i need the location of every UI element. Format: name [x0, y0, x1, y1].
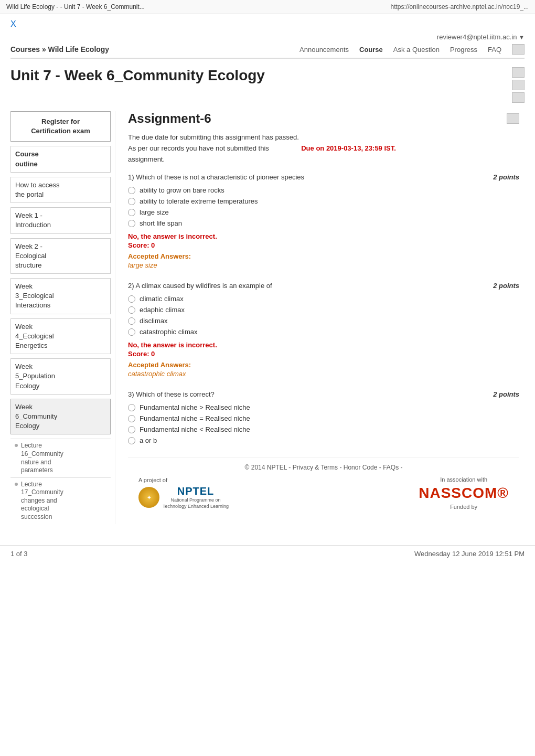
- question-1-option-2[interactable]: ability to tolerate extreme temperatures: [128, 197, 519, 205]
- option-label: a or b: [140, 436, 157, 444]
- nasscom-logo: NASSCOM®: [419, 485, 509, 502]
- project-label: A project of: [138, 477, 167, 483]
- question-1-feedback-score: Score: 0: [128, 241, 519, 249]
- content-area: Assignment-6 The due date for submitting…: [115, 111, 525, 524]
- user-email: reviewer4@nptel.iitm.ac.in: [437, 33, 517, 41]
- radio-button[interactable]: [128, 198, 135, 205]
- radio-button[interactable]: [128, 437, 135, 444]
- user-dropdown-arrow[interactable]: ▼: [519, 34, 525, 40]
- radio-button[interactable]: [128, 187, 135, 194]
- option-label: Fundamental niche = Realised niche: [140, 414, 250, 422]
- question-2-points: 2 points: [493, 282, 519, 290]
- sidebar-sub-lecture17[interactable]: Lecture 17_Community changes and ecologi…: [10, 477, 111, 524]
- nav-faq[interactable]: FAQ: [488, 46, 501, 54]
- breadcrumb-courses[interactable]: Courses: [10, 45, 40, 54]
- page-icon-bot: [512, 92, 525, 103]
- option-label: large size: [140, 208, 169, 216]
- sidebar-item-week6[interactable]: Week 6_Community Ecology: [10, 399, 111, 435]
- question-1-option-4[interactable]: short life span: [128, 219, 519, 227]
- question-2-feedback-score: Score: 0: [128, 350, 519, 358]
- radio-button[interactable]: [128, 295, 135, 303]
- question-1-accepted-label: Accepted Answers:: [128, 252, 519, 260]
- radio-button[interactable]: [128, 306, 135, 314]
- nav-progress[interactable]: Progress: [450, 46, 477, 54]
- option-label: Fundamental niche > Realised niche: [140, 403, 250, 411]
- sidebar-item-week2[interactable]: Week 2 - Ecological structure: [10, 238, 111, 274]
- question-2: 2) A climax caused by wildfires is an ex…: [128, 282, 519, 378]
- question-1-accepted-value: large size: [128, 261, 519, 269]
- page-icon-top: [512, 67, 525, 78]
- question-1-option-3[interactable]: large size: [128, 208, 519, 216]
- questions-container: 1) Which of these is not a characteristi…: [128, 173, 519, 444]
- question-3-option-4[interactable]: a or b: [128, 436, 519, 444]
- question-2-accepted-label: Accepted Answers:: [128, 361, 519, 369]
- sidebar-item-course-outline[interactable]: Course outline: [10, 146, 111, 172]
- nav-announcements[interactable]: Announcements: [299, 46, 349, 54]
- page-info: 1 of 3: [10, 550, 28, 558]
- radio-button[interactable]: [128, 209, 135, 216]
- datetime: Wednesday 12 June 2019 12:51 PM: [414, 550, 525, 558]
- option-label: ability to grow on bare rocks: [140, 186, 224, 194]
- radio-button[interactable]: [128, 317, 135, 325]
- bottom-bar: 1 of 3 Wednesday 12 June 2019 12:51 PM: [0, 545, 535, 562]
- option-label: disclimax: [140, 317, 167, 325]
- option-label: short life span: [140, 219, 182, 227]
- due-notice: The due date for submitting this assignm…: [128, 132, 519, 165]
- radio-button[interactable]: [128, 328, 135, 336]
- nav-ask-question[interactable]: Ask a Question: [393, 46, 440, 54]
- question-3-option-3[interactable]: Fundamental niche < Realised niche: [128, 425, 519, 433]
- page-title: Unit 7 - Week 6_Community Ecology: [10, 67, 265, 84]
- nptel-subtext: National Programme on Technology Enhance…: [163, 497, 229, 509]
- sidebar-item-week3[interactable]: Week 3_Ecological Interactions: [10, 278, 111, 314]
- question-2-option-2[interactable]: edaphic climax: [128, 306, 519, 314]
- sidebar-item-register[interactable]: Register for Certification exam: [10, 111, 111, 142]
- question-1-feedback-incorrect: No, the answer is incorrect.: [128, 232, 519, 240]
- question-3-options: Fundamental niche > Realised nicheFundam…: [128, 403, 519, 444]
- question-3-option-2[interactable]: Fundamental niche = Realised niche: [128, 414, 519, 422]
- sidebar-item-week5[interactable]: Week 5_Population Ecology: [10, 358, 111, 395]
- assignment-title: Assignment-6: [128, 111, 211, 126]
- sidebar-item-week1[interactable]: Week 1 - Introduction: [10, 207, 111, 233]
- copyright-text: © 2014 NPTEL - Privacy & Terms - Honor C…: [245, 464, 403, 471]
- browser-url: https://onlinecourses-archive.nptel.ac.i…: [391, 3, 529, 10]
- radio-button[interactable]: [128, 404, 135, 411]
- question-1-points: 2 points: [493, 173, 519, 181]
- option-label: ability to tolerate extreme temperatures: [140, 197, 258, 205]
- sidebar-item-week4[interactable]: Week 4_Ecological Energetics: [10, 318, 111, 355]
- question-1: 1) Which of these is not a characteristi…: [128, 173, 519, 269]
- funded-label: Funded by: [450, 504, 477, 510]
- question-2-feedback-incorrect: No, the answer is incorrect.: [128, 341, 519, 349]
- association-label: In association with: [440, 476, 487, 483]
- question-2-option-1[interactable]: climatic climax: [128, 295, 519, 303]
- browser-title: Wild Life Ecology - - Unit 7 - Week 6_Co…: [6, 3, 145, 10]
- radio-button[interactable]: [128, 426, 135, 433]
- nav-course[interactable]: Course: [359, 46, 383, 54]
- bullet-icon: [15, 444, 18, 447]
- option-label: Fundamental niche < Realised niche: [140, 425, 250, 433]
- question-3-text: 3) Which of these is correct?: [128, 390, 215, 398]
- sidebar: Register for Certification exam Course o…: [10, 111, 115, 524]
- question-1-options: ability to grow on bare rocksability to …: [128, 186, 519, 227]
- option-label: catastrophic climax: [140, 328, 198, 336]
- sidebar-sub-lecture16[interactable]: Lecture 16_Community nature and paramete…: [10, 439, 111, 477]
- nptel-text: NPTEL: [163, 485, 229, 497]
- question-2-option-3[interactable]: disclimax: [128, 317, 519, 325]
- question-2-option-4[interactable]: catastrophic climax: [128, 328, 519, 336]
- radio-button[interactable]: [128, 415, 135, 422]
- breadcrumb-separator: »: [42, 45, 46, 54]
- nptel-logo-icon: ✦: [138, 487, 159, 508]
- footer: © 2014 NPTEL - Privacy & Terms - Honor C…: [128, 457, 519, 510]
- nptel-logo: ✦ NPTEL National Programme on Technology…: [138, 485, 229, 509]
- page-icons: [512, 67, 525, 103]
- breadcrumb-course-name[interactable]: Wild Life Ecology: [48, 45, 110, 54]
- close-icon[interactable]: X: [10, 19, 16, 29]
- question-2-text: 2) A climax caused by wildfires is an ex…: [128, 282, 272, 290]
- question-1-option-1[interactable]: ability to grow on bare rocks: [128, 186, 519, 194]
- nav-icon-1: [512, 44, 525, 55]
- question-3-option-1[interactable]: Fundamental niche > Realised niche: [128, 403, 519, 411]
- question-2-options: climatic climaxedaphic climaxdisclimaxca…: [128, 295, 519, 336]
- question-1-text: 1) Which of these is not a characteristi…: [128, 173, 304, 181]
- assignment-icon: [507, 113, 519, 124]
- radio-button[interactable]: [128, 220, 135, 227]
- sidebar-item-how-to-access[interactable]: How to access the portal: [10, 177, 111, 203]
